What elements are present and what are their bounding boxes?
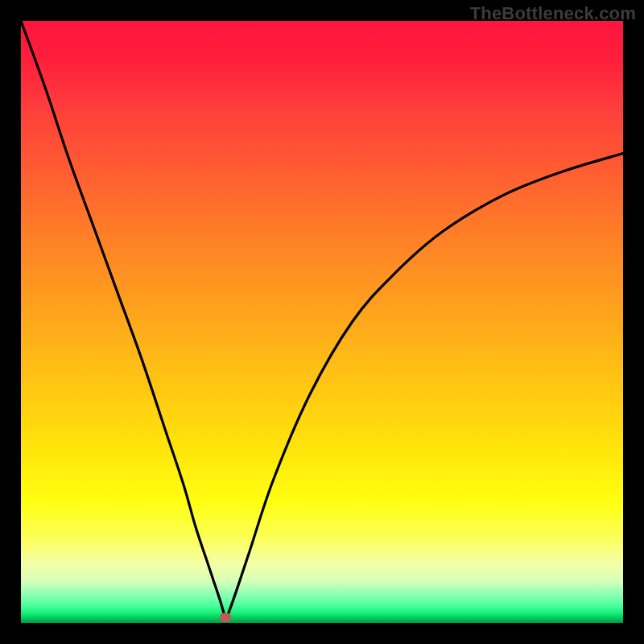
optimal-point-marker — [220, 613, 231, 621]
plot-area — [21, 21, 623, 623]
bottleneck-curve — [21, 21, 623, 623]
chart-frame: TheBottleneck.com — [0, 0, 644, 644]
